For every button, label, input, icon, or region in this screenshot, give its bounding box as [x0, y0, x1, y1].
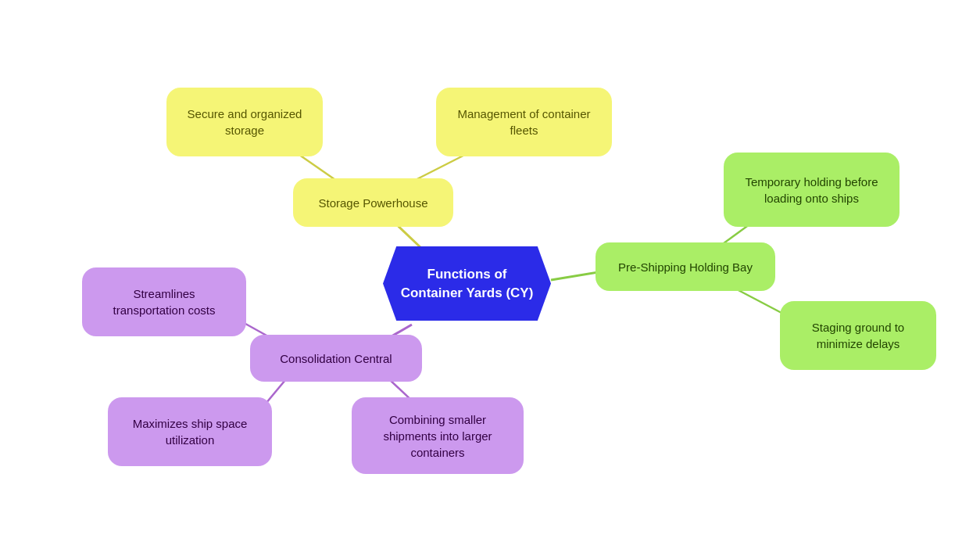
consolidation-central-node: Consolidation Central: [250, 335, 422, 382]
container-fleets-node: Management of container fleets: [436, 88, 612, 156]
temporary-holding-node: Temporary holding before loading onto sh…: [724, 153, 900, 227]
center-node: Functions of Container Yards (CY): [383, 246, 551, 321]
storage-powerhouse-node: Storage Powerhouse: [293, 178, 453, 227]
secure-storage-node: Secure and organized storage: [166, 88, 323, 156]
staging-ground-node: Staging ground to minimize delays: [780, 301, 936, 370]
streamlines-node: Streamlines transportation costs: [82, 267, 246, 336]
pre-shipping-node: Pre-Shipping Holding Bay: [596, 242, 775, 291]
svg-line-3: [551, 272, 598, 280]
combining-node: Combining smaller shipments into larger …: [352, 397, 524, 474]
maximizes-node: Maximizes ship space utilization: [108, 397, 272, 466]
